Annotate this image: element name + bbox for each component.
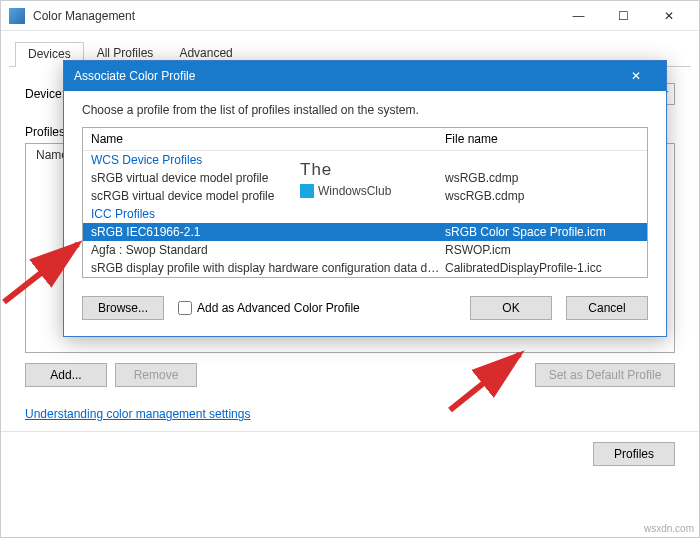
group-wcs: WCS Device Profiles xyxy=(83,151,647,169)
list-item[interactable]: sRGB display profile with display hardwa… xyxy=(83,259,647,277)
window-title: Color Management xyxy=(33,9,556,23)
maximize-button[interactable]: ☐ xyxy=(601,1,646,30)
profile-list: Name File name WCS Device Profiles sRGB … xyxy=(82,127,648,278)
list-body: WCS Device Profiles sRGB virtual device … xyxy=(83,151,647,277)
minimize-button[interactable]: — xyxy=(556,1,601,30)
close-button[interactable]: ✕ xyxy=(646,1,691,30)
list-item-selected[interactable]: sRGB IEC61966-2.1 sRGB Color Space Profi… xyxy=(83,223,647,241)
dialog-instruction: Choose a profile from the list of profil… xyxy=(82,103,648,117)
help-link[interactable]: Understanding color management settings xyxy=(25,407,250,421)
list-item[interactable]: sRGB virtual device model profile wsRGB.… xyxy=(83,169,647,187)
list-header: Name File name xyxy=(83,128,647,151)
remove-button: Remove xyxy=(115,363,197,387)
col-file[interactable]: File name xyxy=(445,132,639,146)
footer: Profiles xyxy=(1,431,699,480)
dialog-button-row: Browse... Add as Advanced Color Profile … xyxy=(82,296,648,320)
col-name[interactable]: Name xyxy=(91,132,445,146)
advanced-checkbox-label: Add as Advanced Color Profile xyxy=(197,301,360,315)
advanced-checkbox[interactable]: Add as Advanced Color Profile xyxy=(178,301,360,315)
associate-profile-dialog: Associate Color Profile ✕ Choose a profi… xyxy=(63,60,667,337)
group-icc: ICC Profiles xyxy=(83,205,647,223)
advanced-checkbox-input[interactable] xyxy=(178,301,192,315)
list-item[interactable]: Agfa : Swop Standard RSWOP.icm xyxy=(83,241,647,259)
add-button[interactable]: Add... xyxy=(25,363,107,387)
titlebar: Color Management — ☐ ✕ xyxy=(1,1,699,31)
list-item[interactable]: scRGB virtual device model profile wscRG… xyxy=(83,187,647,205)
profiles-buttons: Add... Remove Set as Default Profile xyxy=(25,363,675,387)
dialog-title: Associate Color Profile xyxy=(74,69,616,83)
dialog-body: Choose a profile from the list of profil… xyxy=(64,91,666,336)
set-default-button: Set as Default Profile xyxy=(535,363,675,387)
profiles-button[interactable]: Profiles xyxy=(593,442,675,466)
ok-button[interactable]: OK xyxy=(470,296,552,320)
dialog-titlebar: Associate Color Profile ✕ xyxy=(64,61,666,91)
credit: wsxdn.com xyxy=(644,523,694,534)
app-icon xyxy=(9,8,25,24)
cancel-button[interactable]: Cancel xyxy=(566,296,648,320)
dialog-close-button[interactable]: ✕ xyxy=(616,61,656,91)
browse-button[interactable]: Browse... xyxy=(82,296,164,320)
